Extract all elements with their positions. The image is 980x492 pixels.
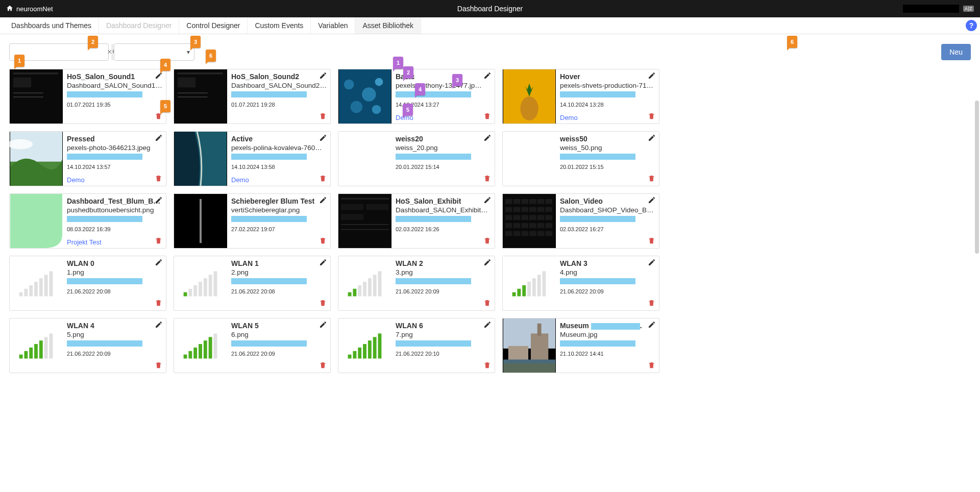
asset-date: 02.03.2022 16:26	[396, 226, 492, 232]
highlight-bar	[231, 278, 307, 284]
svg-rect-60	[545, 223, 552, 228]
svg-rect-52	[529, 215, 536, 220]
asset-tag[interactable]: Demo	[231, 176, 327, 184]
svg-rect-89	[517, 289, 521, 297]
filter-dropdown[interactable]	[114, 43, 194, 61]
asset-tag[interactable]: Demo	[67, 176, 163, 184]
svg-rect-112	[363, 344, 366, 358]
asset-card[interactable]: weiss20 weiss_20.png 20.01.2022 15:14	[338, 131, 495, 186]
edit-icon[interactable]	[648, 321, 657, 330]
delete-icon[interactable]	[155, 361, 164, 371]
svg-rect-115	[378, 333, 382, 358]
asset-card[interactable]: WLAN 2 3.png 21.06.2022 20:09	[338, 256, 495, 311]
delete-icon[interactable]	[319, 112, 328, 121]
asset-card[interactable]: WLAN 1 2.png 21.06.2022 20:08	[174, 256, 331, 311]
svg-rect-81	[348, 292, 352, 297]
edit-icon[interactable]	[319, 321, 328, 330]
delete-icon[interactable]	[483, 361, 493, 371]
asset-card[interactable]: Hover pexels-shvets-production-71… 14.10…	[502, 69, 659, 124]
svg-rect-82	[353, 289, 356, 297]
asset-card[interactable]: WLAN 6 7.png 21.06.2022 20:10	[338, 318, 495, 373]
asset-card[interactable]: Salon_Video Dashboard_SHOP_Video_BG… 02.…	[502, 193, 659, 249]
help-icon[interactable]: ?	[966, 20, 977, 31]
tab-dashboards-und-themes[interactable]: Dashboards und Themes	[4, 17, 99, 34]
edit-icon[interactable]	[483, 196, 493, 205]
new-button[interactable]: Neu	[941, 44, 971, 60]
delete-icon[interactable]	[648, 299, 657, 308]
edit-icon[interactable]	[319, 134, 328, 143]
asset-card[interactable]: Pressed pexels-photo-3646213.jpeg 14.10.…	[9, 131, 166, 186]
asset-date: 02.03.2022 16:27	[560, 226, 656, 232]
asset-date: 01.07.2021 19:28	[231, 102, 327, 108]
edit-icon[interactable]	[319, 258, 328, 267]
svg-rect-105	[199, 344, 202, 358]
asset-card[interactable]: WLAN 0 1.png 21.06.2022 20:08	[9, 256, 166, 311]
asset-card[interactable]: HoS_Salon_Sound1 Dashboard_SALON_Sound1_…	[9, 69, 166, 124]
edit-icon[interactable]	[648, 258, 657, 267]
svg-rect-51	[521, 215, 528, 220]
asset-card[interactable]: Dashboard_Test_Blum_Butto… pushedbuttonu…	[9, 193, 166, 249]
asset-card[interactable]: WLAN 4 5.png 21.06.2022 20:09	[9, 318, 166, 373]
tab-custom-events[interactable]: Custom Events	[248, 17, 311, 34]
edit-icon[interactable]	[483, 321, 493, 330]
delete-icon[interactable]	[648, 175, 657, 184]
delete-icon[interactable]	[483, 237, 493, 246]
edit-icon[interactable]	[155, 258, 164, 267]
delete-icon[interactable]	[648, 237, 657, 246]
svg-rect-106	[204, 340, 207, 358]
highlight-bar	[231, 91, 307, 97]
delete-icon[interactable]	[319, 361, 328, 371]
edit-icon[interactable]	[319, 71, 328, 81]
asset-thumbnail	[338, 69, 391, 124]
edit-icon[interactable]	[648, 134, 657, 143]
delete-icon[interactable]	[319, 299, 328, 308]
svg-rect-58	[529, 223, 536, 228]
asset-card[interactable]: Museum . Museum.jpg 21.10.2022 14:41	[502, 318, 659, 373]
tab-control-designer[interactable]: Control Designer	[179, 17, 248, 34]
asset-card[interactable]: Schieberegler Blum Test vertiSchieberegl…	[174, 193, 331, 249]
svg-rect-5	[13, 92, 43, 93]
lang-badge[interactable]: A|Z	[963, 6, 974, 12]
asset-card[interactable]: weiss50 weiss_50.png 20.01.2022 15:15	[502, 131, 659, 186]
tab-variablen[interactable]: Variablen	[311, 17, 355, 34]
edit-icon[interactable]	[648, 196, 657, 205]
svg-rect-77	[199, 282, 202, 296]
asset-card[interactable]: HoS_Salon_Exhibit Dashboard_SALON_Exhibi…	[338, 193, 495, 249]
asset-tag[interactable]: Projekt Test	[67, 238, 163, 246]
search-clear-icon[interactable]: ×	[107, 47, 112, 57]
delete-icon[interactable]	[483, 175, 493, 184]
highlight-bar	[231, 340, 307, 347]
delete-icon[interactable]	[483, 299, 493, 308]
delete-icon[interactable]	[155, 299, 164, 308]
highlight-bar	[560, 154, 635, 160]
highlight-bar	[67, 340, 142, 347]
edit-icon[interactable]	[155, 321, 164, 330]
asset-title: Salon_Video	[560, 197, 656, 205]
edit-icon[interactable]	[155, 134, 164, 143]
asset-filename: Museum.jpg	[560, 331, 656, 338]
edit-icon[interactable]	[155, 196, 164, 205]
highlight-bar	[396, 340, 471, 347]
edit-icon[interactable]	[483, 71, 493, 81]
edit-icon[interactable]	[483, 258, 493, 267]
delete-icon[interactable]	[648, 361, 657, 371]
edit-icon[interactable]	[483, 134, 493, 143]
asset-date: 20.01.2022 15:15	[560, 164, 656, 170]
scrollbar[interactable]	[975, 80, 979, 373]
asset-card[interactable]: WLAN 5 6.png 21.06.2022 20:09	[174, 318, 331, 373]
delete-icon[interactable]	[155, 237, 164, 246]
edit-icon[interactable]	[648, 71, 657, 81]
delete-icon[interactable]	[319, 237, 328, 246]
edit-icon[interactable]	[319, 196, 328, 205]
asset-tag[interactable]: Demo	[560, 114, 656, 121]
asset-card[interactable]: WLAN 3 4.png 21.06.2022 20:09	[502, 256, 659, 311]
delete-icon[interactable]	[319, 175, 328, 184]
delete-icon[interactable]	[483, 112, 493, 121]
delete-icon[interactable]	[155, 175, 164, 184]
asset-date: 21.06.2022 20:09	[396, 288, 492, 294]
tab-asset-bibliothek[interactable]: Asset Bibliothek	[355, 17, 421, 34]
brand[interactable]: neuroomNet	[6, 5, 53, 13]
asset-card[interactable]: HoS_Salon_Sound2 Dashboard_SALON_Sound2_…	[174, 69, 331, 124]
asset-card[interactable]: Active pexels-polina-kovaleva-760… 14.10…	[174, 131, 331, 186]
delete-icon[interactable]	[648, 112, 657, 121]
